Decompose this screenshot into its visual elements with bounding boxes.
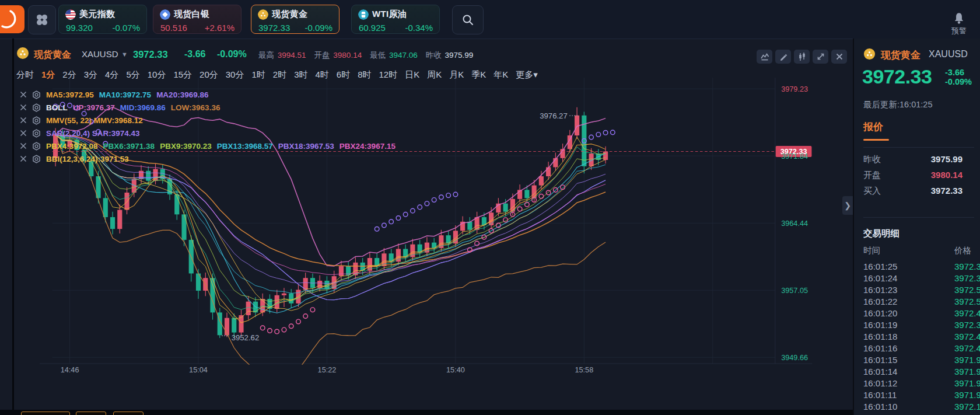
settings-icon[interactable] xyxy=(32,103,41,112)
apps-grid-button[interactable] xyxy=(28,5,56,34)
trade-price: 3971.9 xyxy=(954,355,980,365)
price-axis: 3979.233971.843964.443957.053949.66 xyxy=(781,85,808,362)
trade-price: 3971.9 xyxy=(954,378,980,388)
legend-text: MMV(55, 22) MMV:3968.12 xyxy=(46,116,143,125)
ticker-card-us-flag[interactable]: 美元指数99.320-0.07% xyxy=(58,5,147,34)
ticker-card-silver[interactable]: 现货白银50.516+2.61% xyxy=(153,5,242,34)
panel-symbol-code: XAUUSD xyxy=(929,49,968,60)
settings-icon[interactable] xyxy=(32,90,41,99)
trade-price: 3972.5 xyxy=(954,297,980,306)
svg-text:3952.62: 3952.62 xyxy=(232,333,260,342)
settings-icon[interactable] xyxy=(32,155,41,163)
svg-text:3979.23: 3979.23 xyxy=(781,85,808,93)
quote-value: 3975.99 xyxy=(910,154,963,164)
panel-change-pct: -0.09% xyxy=(945,77,972,86)
gold-coin-icon xyxy=(258,9,268,20)
quote-label: 买入 xyxy=(863,186,881,197)
trades-col-price: 价格 xyxy=(954,245,971,256)
legend-text: MA20:3969.86 xyxy=(156,90,208,99)
trade-time: 16:01:11 xyxy=(863,390,897,400)
close-icon[interactable] xyxy=(20,130,27,137)
panel-updated: 最后更新:16:01:25 xyxy=(863,99,932,110)
alert-label: 预警 xyxy=(945,26,973,36)
ticker-card-oil[interactable]: WTI原油60.925-0.34% xyxy=(351,5,440,34)
grid-lines xyxy=(40,78,812,364)
ticker-value: 60.925 xyxy=(359,23,386,33)
panel-last-price: 3972.33 xyxy=(862,65,932,88)
trade-time: 16:01:15 xyxy=(863,355,897,365)
tab-underline xyxy=(863,139,889,141)
ticker-value: 99.320 xyxy=(66,23,93,33)
left-divider xyxy=(12,39,14,415)
trade-time: 16:01:22 xyxy=(863,297,897,306)
svg-text:14:46: 14:46 xyxy=(61,366,79,374)
time-axis: 14:4615:0415:2215:4015:58 xyxy=(61,366,594,374)
trade-price: 3972.1 xyxy=(954,402,980,411)
ticker-value: 3972.33 xyxy=(258,23,290,33)
close-icon[interactable] xyxy=(20,142,27,149)
oil-icon xyxy=(358,9,369,20)
legend-text: PBX18:3967.53 xyxy=(278,142,334,151)
panel-coin-icon xyxy=(863,48,876,60)
trade-time: 16:01:25 xyxy=(863,261,897,271)
legend-row: SAR(2,20,4) SAR:3974.43 xyxy=(20,127,140,139)
logo-swoosh-icon xyxy=(0,5,24,33)
close-icon[interactable] xyxy=(20,117,27,124)
close-icon[interactable] xyxy=(20,155,27,162)
close-icon[interactable] xyxy=(20,104,27,111)
trade-time: 16:01:24 xyxy=(863,273,897,283)
legend-row: MMV(55, 22) MMV:3968.12 xyxy=(20,114,143,126)
svg-text:3976.27: 3976.27 xyxy=(540,111,568,120)
svg-text:3971.84: 3971.84 xyxy=(781,152,808,161)
legend-text: PBX13:3968.57 xyxy=(217,142,273,151)
ticker-pct: -0.07% xyxy=(112,23,140,33)
bell-icon xyxy=(953,12,965,25)
legend-text: SAR(2,20,4) SAR:3974.43 xyxy=(46,129,140,138)
ticker-title: 现货白银 xyxy=(160,9,209,20)
search-icon xyxy=(461,13,475,27)
legend-text: BBI(12,3,6,24):3971.53 xyxy=(46,155,129,163)
svg-text:3957.05: 3957.05 xyxy=(781,287,808,295)
app-logo[interactable] xyxy=(0,5,24,33)
close-icon[interactable] xyxy=(20,91,27,98)
bottom-tool-stub[interactable] xyxy=(76,411,106,415)
ticker-title: WTI原油 xyxy=(358,9,407,20)
app-stage: 美元指数99.320-0.07%现货白银50.516+2.61%现货黄金3972… xyxy=(0,0,980,415)
alert-button[interactable]: 预警 xyxy=(945,12,973,36)
ticker-title: 现货黄金 xyxy=(258,9,307,20)
ticker-pct: -0.09% xyxy=(304,23,332,33)
trades-col-time: 时间 xyxy=(863,245,880,256)
legend-row: BBI(12,3,6,24):3971.53 xyxy=(20,153,129,165)
legend-text: MA5:3972.95 xyxy=(46,90,94,99)
svg-text:15:40: 15:40 xyxy=(446,366,465,374)
ticker-pct: -0.34% xyxy=(405,23,433,33)
legend-text: PBX24:3967.15 xyxy=(340,142,396,151)
trade-time: 16:01:23 xyxy=(863,285,897,295)
tab-quote[interactable]: 报价 xyxy=(863,120,883,134)
trade-price: 3971.9 xyxy=(954,367,980,376)
trade-time: 16:01:19 xyxy=(863,320,897,330)
legend-text: MID:3969.86 xyxy=(120,103,166,112)
settings-icon[interactable] xyxy=(32,142,41,151)
trade-time: 16:01:20 xyxy=(863,308,897,318)
legend-row: PBX4:3972.08PBX6:3971.38PBX9:3970.23PBX1… xyxy=(20,140,396,152)
svg-text:15:22: 15:22 xyxy=(318,366,337,374)
trade-time: 16:01:12 xyxy=(863,378,897,388)
quote-value: 3980.14 xyxy=(910,170,963,180)
svg-text:15:58: 15:58 xyxy=(575,366,593,374)
ticker-card-gold-coin[interactable]: 现货黄金3972.33-0.09% xyxy=(251,5,340,34)
trade-price: 3972.3 xyxy=(954,261,980,271)
trade-price: 3972.4 xyxy=(954,332,980,341)
legend-text: PBX6:3971.38 xyxy=(103,142,155,151)
settings-icon[interactable] xyxy=(32,116,41,125)
legend-text: UP:3976.37 xyxy=(73,103,115,112)
bottom-tool-stub[interactable] xyxy=(21,411,70,415)
trade-price: 3972.3 xyxy=(954,273,980,283)
ticker-name: WTI原油 xyxy=(372,9,407,20)
top-bar: 美元指数99.320-0.07%现货白银50.516+2.61%现货黄金3972… xyxy=(0,0,980,39)
search-button[interactable] xyxy=(452,5,484,34)
svg-text:15:04: 15:04 xyxy=(189,366,208,374)
settings-icon[interactable] xyxy=(32,129,41,138)
panel-collapse-tab[interactable]: ❯ xyxy=(842,196,853,215)
bottom-tool-stub[interactable] xyxy=(113,411,144,415)
